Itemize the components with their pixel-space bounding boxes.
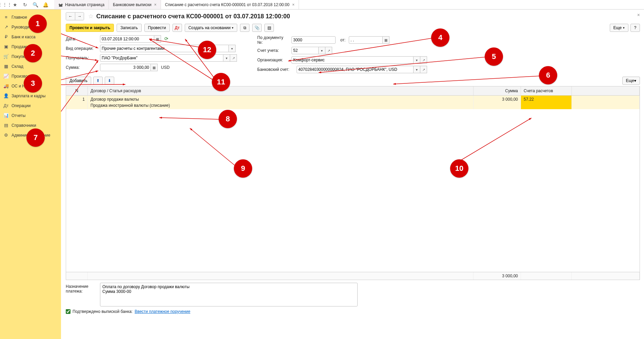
acct-input[interactable] — [291, 47, 319, 54]
nav-item[interactable]: ₽Банк и касса — [0, 32, 61, 42]
callout-3: 3 — [24, 74, 42, 93]
apps-icon[interactable]: ⋮⋮⋮ — [2, 2, 7, 7]
nav-buttons: ← → — [66, 12, 84, 20]
calendar-icon[interactable]: ▦ — [383, 36, 389, 44]
more-button[interactable]: Еще▾ — [610, 24, 628, 32]
create-based-button[interactable]: Создать на основании▾ — [185, 24, 238, 32]
refresh-icon[interactable]: ⟳ — [164, 36, 170, 42]
tabs: Начальная страница Банковские выписки× С… — [54, 0, 299, 9]
open-icon[interactable]: ↗ — [230, 54, 237, 62]
cell-n: 1 — [66, 96, 88, 109]
tab-home[interactable]: Начальная страница — [54, 0, 109, 9]
write-button[interactable]: Записать — [117, 24, 141, 32]
nav-icon: ⚙ — [3, 133, 9, 138]
dtkt-button[interactable]: Дт — [173, 24, 182, 32]
nav-label: Отчеты — [12, 113, 25, 118]
star-icon[interactable]: ★ — [12, 2, 18, 7]
confirmed-checkbox[interactable] — [66, 309, 71, 314]
payee-label: Получатель: — [66, 56, 98, 60]
nav-label: Склад — [12, 64, 23, 69]
list-button[interactable]: ▤ — [264, 24, 274, 32]
sum-label: Сумма: — [66, 65, 98, 70]
purpose-textarea[interactable] — [100, 283, 358, 306]
callout-6: 6 — [539, 66, 557, 84]
chevron-down-icon[interactable]: ▾ — [414, 66, 420, 73]
search-icon[interactable]: 🔍 — [33, 2, 38, 7]
close-window-icon[interactable]: × — [637, 12, 640, 18]
org-input[interactable] — [291, 56, 414, 64]
chevron-down-icon[interactable]: ▾ — [229, 45, 236, 52]
nav-item[interactable]: 📊Отчеты — [0, 111, 61, 120]
nav-item[interactable]: ▦Склад — [0, 61, 61, 71]
form-grid: Дата: ▦ ⟳ Вид операции: ▾ Получатель: ▾↗… — [66, 35, 640, 73]
title-bar: ← → ☆ Списание с расчетного счета КС00-0… — [66, 12, 640, 20]
docnum-input[interactable] — [291, 36, 336, 44]
expenses-table: N Договор / Статья расходов Сумма Счета … — [66, 86, 640, 280]
docnum-label: По документу №: — [257, 35, 289, 45]
nav-icon: ▦ — [3, 64, 9, 69]
forward-button[interactable]: → — [75, 13, 84, 20]
cell-expense: Продажа иностранной валюты (списание) — [90, 102, 470, 108]
calendar-icon[interactable]: ▦ — [154, 35, 161, 43]
date-input[interactable] — [100, 35, 154, 43]
nav-icon: ₽ — [3, 34, 9, 39]
command-bar: Провести и закрыть Записать Провести Дт … — [66, 24, 640, 32]
table-row[interactable]: 1 Договор продажи валюты Продажа иностра… — [66, 96, 640, 109]
docfrom-label: от: — [340, 38, 345, 42]
chevron-down-icon[interactable]: ▾ — [223, 54, 230, 62]
docfrom-input[interactable] — [349, 36, 383, 44]
system-bar: ⋮⋮⋮ ★ ↻ 🔍 🔔 Начальная страница Банковски… — [0, 0, 644, 9]
attach-button[interactable]: 📎 — [252, 24, 262, 32]
open-icon[interactable]: ↗ — [420, 66, 427, 73]
chevron-down-icon[interactable]: ▾ — [414, 56, 420, 64]
bankacct-input[interactable] — [297, 66, 414, 73]
nav-label: Банк и касса — [12, 35, 36, 39]
add-row-button[interactable]: Добавить — [66, 77, 91, 85]
more-label: Еще — [613, 25, 622, 30]
close-icon[interactable]: × — [154, 2, 157, 7]
tab-bank[interactable]: Банковские выписки× — [109, 0, 161, 9]
tab-doc[interactable]: Списание с расчетного счета КС00-000001 … — [161, 0, 299, 9]
nav-label: Зарплата и кадры — [12, 94, 45, 98]
callout-7: 7 — [26, 128, 45, 147]
page-title: Списание с расчетного счета КС00-000001 … — [96, 13, 290, 20]
favorite-icon[interactable]: ☆ — [88, 13, 94, 20]
callout-2: 2 — [24, 44, 42, 62]
move-down-button[interactable]: ⬇ — [105, 77, 114, 85]
enter-order-link[interactable]: Ввести платежное поручение — [135, 309, 190, 314]
sum-input[interactable] — [100, 64, 151, 71]
bell-icon[interactable]: 🔔 — [43, 2, 48, 7]
nav-icon: ▣ — [3, 44, 9, 49]
nav-item[interactable]: 👤Зарплата и кадры — [0, 91, 61, 101]
chevron-down-icon[interactable]: ▾ — [319, 47, 325, 54]
open-icon[interactable]: ↗ — [420, 56, 427, 64]
post-button[interactable]: Провести — [144, 24, 170, 32]
post-and-close-button[interactable]: Провести и закрыть — [66, 24, 114, 32]
date-label: Дата: — [66, 37, 98, 41]
close-icon[interactable]: × — [292, 2, 295, 7]
bottom-area: Назначение платежа: Подтверждено выписко… — [66, 283, 640, 314]
acct-label: Счет учета: — [257, 48, 289, 53]
main: ← → ☆ Списание с расчетного счета КС00-0… — [61, 9, 644, 339]
tab-bank-label: Банковские выписки — [113, 2, 152, 7]
move-up-button[interactable]: ⬆ — [93, 77, 103, 85]
callout-11: 11 — [212, 73, 230, 91]
purpose-label: Назначение платежа: — [66, 283, 98, 294]
cell-end — [572, 96, 640, 109]
cell-sum: 3 000,00 — [474, 96, 521, 109]
calc-icon[interactable]: ▦ — [151, 64, 158, 71]
bankacct-label: Банковский счет: — [257, 67, 295, 72]
nav-icon: 🚚 — [3, 83, 9, 88]
back-button[interactable]: ← — [66, 13, 75, 20]
table-more-button[interactable]: Еще▾ — [622, 77, 640, 85]
org-label: Организация: — [257, 58, 289, 62]
history-icon[interactable]: ↻ — [22, 2, 28, 7]
nav-item[interactable]: ДтОперации — [0, 101, 61, 111]
help-button[interactable]: ? — [630, 24, 640, 32]
nav-item[interactable]: ▤Справочники — [0, 120, 61, 130]
cell-contract: Договор продажи валюты — [90, 97, 139, 102]
structure-button[interactable]: ⧉ — [240, 24, 249, 32]
nav-icon: ↗ — [3, 24, 9, 29]
open-icon[interactable]: ↗ — [325, 47, 332, 54]
callout-5: 5 — [485, 47, 503, 66]
